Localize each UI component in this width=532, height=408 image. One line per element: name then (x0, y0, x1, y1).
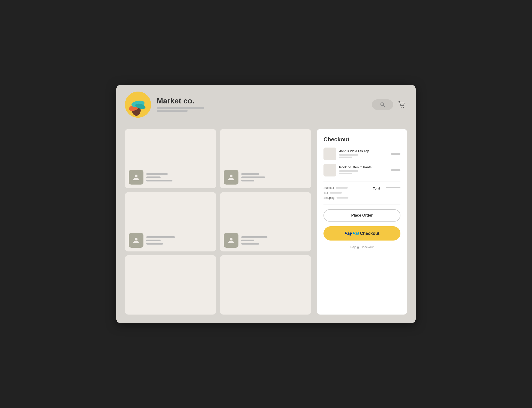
item-detail-line (339, 157, 352, 158)
subtitle-line-1 (157, 107, 204, 109)
product-card-partial (125, 255, 216, 314)
item-name: Rock co. Denim Pants (339, 165, 388, 169)
text-line (241, 180, 254, 181)
pay-at-checkout-label: Pay @ Checkout (323, 245, 400, 249)
svg-point-9 (135, 175, 138, 178)
person-icon (132, 173, 140, 181)
main-content: Checkout John's Plaid L/S Top (116, 124, 416, 323)
product-card (220, 129, 311, 188)
totals-left: Subtotal Tax Shipping (323, 186, 348, 199)
header: Market co. (116, 85, 416, 124)
product-card-partial (220, 255, 311, 314)
svg-point-10 (230, 175, 232, 178)
avatar (224, 233, 239, 248)
text-line (146, 177, 160, 178)
browser-window: Market co. (116, 85, 416, 323)
item-detail-line (339, 154, 358, 156)
product-text (146, 173, 212, 181)
search-button[interactable] (372, 99, 393, 110)
tax-value (330, 192, 342, 194)
item-detail-line (339, 170, 358, 172)
product-card (125, 192, 216, 251)
subtotal-label: Subtotal (323, 186, 334, 189)
tax-row: Tax (323, 191, 348, 195)
item-detail-line (339, 173, 352, 174)
person-icon (227, 236, 235, 244)
product-card-info (224, 233, 307, 248)
product-text (241, 236, 307, 245)
item-thumbnail (323, 148, 336, 160)
text-line (241, 236, 267, 238)
text-line (146, 240, 160, 241)
item-price (391, 169, 400, 171)
text-line (241, 173, 259, 175)
total-label: Total (373, 187, 384, 190)
checkout-item: Rock co. Denim Pants (323, 164, 400, 177)
place-order-label: Place Order (351, 213, 373, 218)
divider (323, 204, 400, 204)
cart-button[interactable] (397, 99, 407, 110)
place-order-button[interactable]: Place Order (323, 209, 400, 221)
paypal-checkout-button[interactable]: PayPal Checkout (323, 226, 400, 240)
product-text (146, 236, 212, 245)
checkout-items: John's Plaid L/S Top Rock co. Denim Pant… (323, 148, 400, 177)
text-line (146, 180, 172, 181)
svg-point-11 (135, 238, 138, 240)
subtotal-value (336, 187, 348, 189)
totals-section: Subtotal Tax Shipping Total (323, 186, 400, 199)
avatar (129, 170, 143, 185)
person-icon (132, 236, 140, 244)
shipping-value (337, 197, 348, 199)
item-price (391, 153, 400, 155)
item-details: Rock co. Denim Pants (339, 165, 388, 175)
product-text (241, 173, 307, 181)
text-line (146, 243, 163, 245)
item-details: John's Plaid L/S Top (339, 149, 388, 159)
svg-line-6 (383, 105, 385, 107)
totals-right: Total (373, 186, 400, 190)
subtotal-row: Subtotal (323, 186, 348, 189)
shipping-label: Shipping (323, 196, 335, 199)
checkout-item: John's Plaid L/S Top (323, 148, 400, 160)
tax-label: Tax (323, 191, 328, 195)
paypal-pay-text: Pay (344, 231, 352, 236)
item-name: John's Plaid L/S Top (339, 149, 388, 153)
product-card-info (129, 170, 212, 185)
divider (323, 181, 400, 181)
checkout-title: Checkout (323, 136, 400, 143)
total-value (386, 187, 400, 188)
paypal-pal-text: Pal (353, 231, 359, 236)
shipping-row: Shipping (323, 196, 348, 199)
paypal-checkout-text: Checkout (360, 231, 380, 236)
item-thumbnail (323, 164, 336, 177)
avatar (129, 233, 143, 248)
product-card-info (224, 170, 307, 185)
site-title: Market co. (157, 97, 366, 105)
svg-point-7 (401, 107, 402, 108)
header-title-block: Market co. (157, 97, 366, 113)
svg-point-12 (230, 238, 232, 240)
text-line (241, 243, 259, 245)
checkout-panel: Checkout John's Plaid L/S Top (317, 129, 407, 314)
svg-point-8 (403, 107, 404, 108)
logo (125, 92, 151, 118)
product-card-info (129, 233, 212, 248)
search-icon (380, 102, 385, 107)
product-card (220, 192, 311, 251)
text-line (146, 236, 175, 238)
text-line (146, 173, 168, 175)
product-grid (125, 129, 311, 314)
subtitle-line-2 (157, 110, 188, 112)
paypal-logo: PayPal (344, 231, 359, 236)
header-actions (372, 99, 407, 110)
text-line (241, 177, 265, 178)
cart-icon (398, 101, 406, 109)
avatar (224, 170, 239, 185)
text-line (241, 240, 254, 241)
product-card (125, 129, 216, 188)
person-icon (227, 173, 235, 181)
